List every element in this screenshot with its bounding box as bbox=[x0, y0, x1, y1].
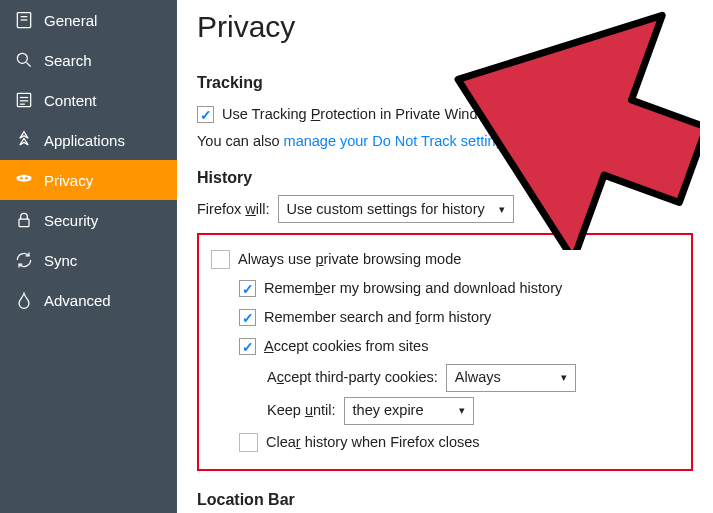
history-mode-select[interactable]: Use custom settings for history bbox=[278, 195, 514, 223]
third-party-row: Accept third-party cookies: Always bbox=[267, 361, 679, 394]
clear-on-close-row: Clear history when Firefox closes bbox=[239, 428, 679, 457]
sidebar: General Search Content Applications Priv… bbox=[0, 0, 177, 513]
dnt-link[interactable]: manage your Do Not Track settings bbox=[284, 133, 511, 149]
history-heading: History bbox=[197, 169, 693, 187]
tracking-hint: You can also manage your Do Not Track se… bbox=[197, 133, 693, 149]
tracking-heading: Tracking bbox=[197, 74, 693, 92]
advanced-icon bbox=[14, 290, 34, 310]
always-private-row: Always use private browsing mode bbox=[211, 245, 679, 274]
accept-cookies-checkbox[interactable] bbox=[239, 338, 256, 355]
sidebar-item-label: Privacy bbox=[44, 172, 93, 189]
sidebar-item-label: General bbox=[44, 12, 97, 29]
content-panel: Privacy Tracking Use Tracking Protection… bbox=[177, 0, 713, 513]
svg-point-9 bbox=[20, 177, 23, 180]
general-icon bbox=[14, 10, 34, 30]
remember-form-checkbox[interactable] bbox=[239, 309, 256, 326]
remember-browse-checkbox[interactable] bbox=[239, 280, 256, 297]
keep-until-label: Keep until: bbox=[267, 394, 336, 427]
sidebar-item-label: Sync bbox=[44, 252, 77, 269]
sidebar-item-applications[interactable]: Applications bbox=[0, 120, 177, 160]
location-heading: Location Bar bbox=[197, 491, 693, 509]
tracking-protection-checkbox[interactable] bbox=[197, 106, 214, 123]
remember-browse-row: Remember my browsing and download histor… bbox=[239, 274, 679, 303]
clear-on-close-label: Clear history when Firefox closes bbox=[266, 428, 480, 457]
remember-form-label: Remember search and form history bbox=[264, 303, 491, 332]
sidebar-item-content[interactable]: Content bbox=[0, 80, 177, 120]
sidebar-item-sync[interactable]: Sync bbox=[0, 240, 177, 280]
accept-cookies-row: Accept cookies from sites bbox=[239, 332, 679, 361]
sidebar-item-advanced[interactable]: Advanced bbox=[0, 280, 177, 320]
keep-until-row: Keep until: they expire bbox=[267, 394, 679, 427]
always-private-checkbox[interactable] bbox=[211, 250, 230, 269]
privacy-icon bbox=[14, 170, 34, 190]
sidebar-item-general[interactable]: General bbox=[0, 0, 177, 40]
applications-icon bbox=[14, 130, 34, 150]
remember-browse-label: Remember my browsing and download histor… bbox=[264, 274, 562, 303]
search-icon bbox=[14, 50, 34, 70]
keep-until-select[interactable]: they expire bbox=[344, 397, 474, 425]
page-title: Privacy bbox=[197, 10, 693, 44]
sidebar-item-label: Applications bbox=[44, 132, 125, 149]
accept-cookies-label: Accept cookies from sites bbox=[264, 332, 428, 361]
content-icon bbox=[14, 90, 34, 110]
history-will-label: Firefox will: bbox=[197, 201, 270, 217]
svg-point-10 bbox=[25, 177, 28, 180]
sidebar-item-label: Advanced bbox=[44, 292, 111, 309]
sidebar-item-label: Security bbox=[44, 212, 98, 229]
always-private-label: Always use private browsing mode bbox=[238, 245, 461, 274]
sidebar-item-search[interactable]: Search bbox=[0, 40, 177, 80]
third-party-select[interactable]: Always bbox=[446, 364, 576, 392]
tracking-protection-row: Use Tracking Protection in Private Windo… bbox=[197, 100, 693, 129]
sidebar-item-privacy[interactable]: Privacy bbox=[0, 160, 177, 200]
highlighted-box: Always use private browsing mode Remembe… bbox=[197, 233, 693, 471]
sidebar-item-label: Search bbox=[44, 52, 92, 69]
sidebar-item-security[interactable]: Security bbox=[0, 200, 177, 240]
svg-rect-11 bbox=[19, 219, 29, 227]
lock-icon bbox=[14, 210, 34, 230]
tracking-protection-label: Use Tracking Protection in Private Windo… bbox=[222, 100, 503, 129]
clear-on-close-checkbox[interactable] bbox=[239, 433, 258, 452]
remember-form-row: Remember search and form history bbox=[239, 303, 679, 332]
sync-icon bbox=[14, 250, 34, 270]
sidebar-item-label: Content bbox=[44, 92, 97, 109]
third-party-label: Accept third-party cookies: bbox=[267, 361, 438, 394]
svg-point-3 bbox=[17, 53, 27, 63]
svg-line-4 bbox=[27, 63, 31, 67]
history-will-row: Firefox will: Use custom settings for hi… bbox=[197, 195, 693, 223]
